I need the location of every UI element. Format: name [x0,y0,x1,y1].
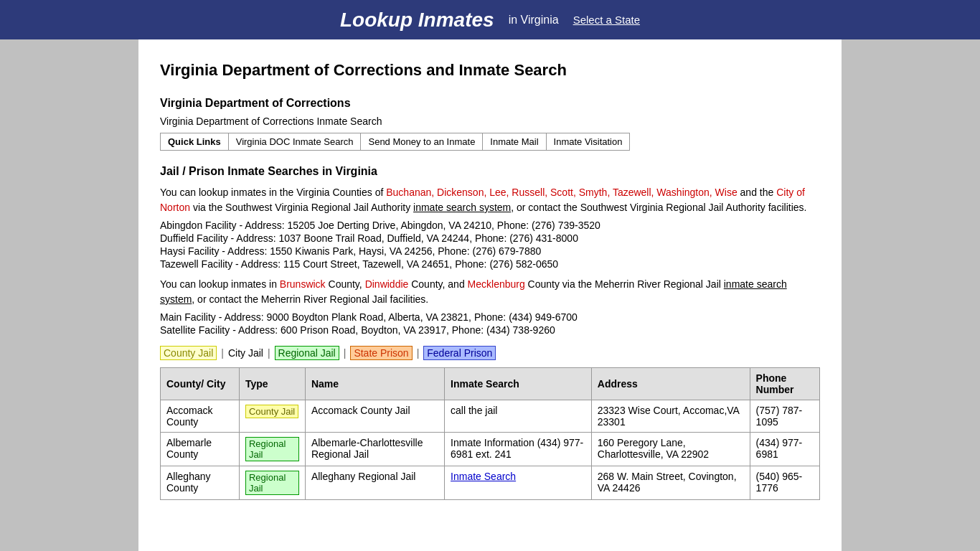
cell-type: Regional Jail [239,466,305,500]
cell-county: Accomack County [161,400,240,433]
facility-abingdon: Abingdon Facility - Address: 15205 Joe D… [160,220,820,231]
jail-section-title: Jail / Prison Inmate Searches in Virgini… [160,165,820,178]
legend-city-jail: City Jail [228,347,263,359]
para1-end: , or contact the Southwest Virginia Regi… [511,202,806,213]
inmate-search-link[interactable]: Inmate Search [451,471,516,482]
select-state-link[interactable]: Select a State [573,14,640,26]
cell-address: 23323 Wise Court, Accomac,VA 23301 [591,400,750,433]
table-row: Albemarle CountyRegional JailAlbemarle-C… [161,433,820,466]
cell-inmate-search[interactable]: Inmate Search [445,466,592,500]
quick-links-label: Quick Links [161,133,229,150]
cell-county: Albemarle County [161,433,240,466]
cell-phone: (757) 787-1095 [750,400,819,433]
cell-type: Regional Jail [239,433,305,466]
cell-phone: (434) 977-6981 [750,433,819,466]
para2-mid1: County, [326,278,365,290]
quick-link-send-money[interactable]: Send Money to an Inmate [361,133,483,150]
counties-list[interactable]: Buchanan, Dickenson, Lee, Russell, Scott… [386,187,737,198]
main-content: Virginia Department of Corrections and I… [138,39,842,551]
cell-inmate-search: Inmate Information (434) 977-6981 ext. 2… [445,433,592,466]
quick-link-visitation[interactable]: Inmate Visitation [547,133,630,150]
col-county-city: County/ City [161,368,240,400]
cell-name: Accomack County Jail [305,400,444,433]
doc-subtitle: Virginia Department of Corrections Inmat… [160,116,820,127]
facility-satellite: Satellite Facility - Address: 600 Prison… [160,324,820,336]
cell-phone: (540) 965-1776 [750,466,819,500]
site-title: Lookup Inmates [340,9,494,32]
brunswick-link[interactable]: Brunswick [280,278,326,290]
legend-county-jail: County Jail [160,346,217,360]
cell-name: Alleghany Regional Jail [305,466,444,500]
legend-bar: County Jail | City Jail | Regional Jail … [160,346,820,360]
legend-regional-jail: Regional Jail [275,346,339,360]
site-header: Lookup Inmates in Virginia Select a Stat… [0,0,980,39]
meherrin-facilities: Main Facility - Address: 9000 Boydton Pl… [160,311,820,336]
quick-links-bar: Quick Links Virginia DOC Inmate Search S… [160,133,630,151]
doc-section-title: Virginia Department of Corrections [160,97,820,110]
para1-mid: and the [738,187,777,198]
para2-pre: You can lookup inmates in [160,278,280,290]
southwest-paragraph: You can lookup inmates in the Virginia C… [160,185,820,215]
inmates-table: County/ City Type Name Inmate Search Add… [160,367,820,500]
para2-end: , or contact the Meherrin River Regional… [192,293,428,305]
facility-haysi: Haysi Facility - Address: 1550 Kiwanis P… [160,245,820,257]
facility-tazewell: Tazewell Facility - Address: 115 Court S… [160,258,820,270]
col-inmate-search: Inmate Search [445,368,592,400]
dinwiddie-link[interactable]: Dinwiddie [365,278,409,290]
facility-main: Main Facility - Address: 9000 Boydton Pl… [160,311,820,323]
cell-inmate-search: call the jail [445,400,592,433]
cell-address: 268 W. Main Street, Covington, VA 24426 [591,466,750,500]
para2-mid2: County, and [408,278,467,290]
para1-post: via the Southwest Virginia Regional Jail… [190,202,413,213]
legend-federal-prison: Federal Prison [423,346,496,360]
legend-state-prison: State Prison [350,346,412,360]
quick-link-inmate-mail[interactable]: Inmate Mail [483,133,546,150]
cell-county: Alleghany County [161,466,240,500]
cell-address: 160 Peregory Lane, Charlottesville, VA 2… [591,433,750,466]
cell-type: County Jail [239,400,305,433]
mecklenburg-link[interactable]: Mecklenburg [468,278,525,290]
table-row: Accomack CountyCounty JailAccomack Count… [161,400,820,433]
col-phone: Phone Number [750,368,819,400]
facility-duffield: Duffield Facility - Address: 1037 Boone … [160,232,820,244]
inmate-search-system-link[interactable]: inmate search system [413,202,511,213]
page-title: Virginia Department of Corrections and I… [160,61,820,80]
quick-link-doc-search[interactable]: Virginia DOC Inmate Search [229,133,362,150]
col-name: Name [305,368,444,400]
meherrin-paragraph: You can lookup inmates in Brunswick Coun… [160,277,820,307]
state-label: in Virginia [509,14,559,27]
table-row: Alleghany CountyRegional JailAlleghany R… [161,466,820,500]
col-type: Type [239,368,305,400]
col-address: Address [591,368,750,400]
para2-post: County via the Meherrin River Regional J… [525,278,724,290]
cell-name: Albemarle-Charlottesville Regional Jail [305,433,444,466]
para1-pre: You can lookup inmates in the Virginia C… [160,187,386,198]
southwest-facilities: Abingdon Facility - Address: 15205 Joe D… [160,220,820,270]
